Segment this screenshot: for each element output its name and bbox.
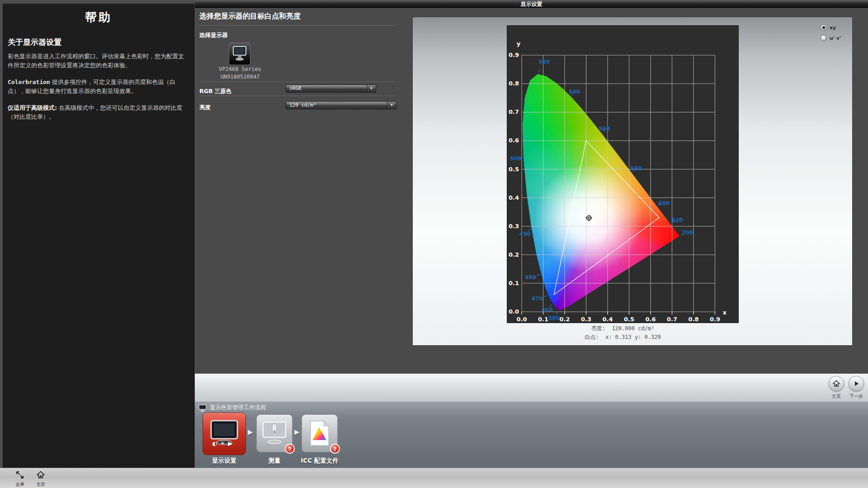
rgb-primaries-dropdown[interactable]: sRGB ▼ [286, 84, 376, 93]
svg-text:0.5: 0.5 [509, 166, 519, 173]
svg-text:0.8: 0.8 [509, 80, 519, 87]
select-display-label: 选择显示器 [199, 32, 228, 39]
svg-text:0.6: 0.6 [645, 316, 656, 323]
svg-text:560: 560 [599, 126, 610, 132]
home-icon [36, 470, 45, 479]
home-button-label: 主页 [826, 393, 846, 399]
question-badge: ? [330, 444, 340, 454]
svg-text:470: 470 [532, 296, 543, 302]
svg-text:580: 580 [631, 165, 642, 172]
svg-text:0.3: 0.3 [509, 223, 519, 230]
next-button-label: 下一步 [846, 393, 866, 399]
home-icon [832, 380, 840, 388]
svg-text:0.7: 0.7 [667, 316, 677, 323]
page-title: 显示设置 [521, 1, 542, 7]
navigation-strip: 主页 下一步 [195, 374, 868, 401]
svg-text:380: 380 [548, 315, 560, 321]
workflow-step-measure[interactable]: ? [256, 414, 292, 452]
icc-profile-icon [308, 420, 331, 446]
svg-text:0.1: 0.1 [509, 280, 519, 286]
svg-text:500: 500 [510, 155, 521, 162]
workflow-step-icc-profile[interactable]: ? [302, 414, 338, 452]
svg-text:0.1: 0.1 [538, 316, 548, 323]
svg-text:540: 540 [569, 89, 580, 95]
help-paragraph-3: 仅适用于高级模式: 在高级模式中，您还可以自定义显示器的对比度（对比度比率）。 [8, 103, 189, 121]
svg-text:0.9: 0.9 [509, 52, 519, 58]
svg-text:480: 480 [525, 274, 536, 281]
play-icon [852, 380, 860, 388]
chevron-down-icon[interactable]: ▼ [387, 102, 396, 109]
luminance-dropdown[interactable]: 120 cd/m² ▼ [286, 101, 396, 109]
svg-text:0.4: 0.4 [509, 194, 519, 201]
whitepoint-readout: 白点: x: 0.313 y: 0.329 [507, 333, 739, 341]
chromaticity-panel: xy u' v' 0.00.10.20.30.40.50.60.70.80.90… [412, 17, 853, 346]
separator [199, 82, 395, 83]
workflow-arrow-icon: ▶ [294, 428, 300, 436]
brand-name: Colorbration [8, 79, 50, 85]
workflow-arrow-icon: ▶ [248, 428, 253, 436]
svg-text:460: 460 [542, 307, 553, 313]
radio-icon [821, 24, 827, 31]
chromaticity-diagram: 0.00.10.20.30.40.50.60.70.80.90.00.10.20… [507, 25, 739, 323]
svg-text:x: x [723, 309, 727, 316]
display-model: VP2468 Series [204, 66, 276, 72]
home-button[interactable] [829, 376, 844, 391]
next-button[interactable] [849, 376, 864, 391]
luminance-label: 亮度 [199, 104, 211, 112]
svg-text:y: y [517, 40, 521, 47]
separator [199, 25, 395, 26]
diagram-mode-radios: xy u' v' [821, 24, 841, 45]
rgb-primaries-label: RGB 三原色 [199, 88, 231, 95]
display-select-button[interactable] [229, 42, 250, 65]
radio-uv[interactable]: u' v' [821, 35, 841, 41]
help-section-heading: 关于显示器设置 [8, 37, 188, 47]
help-title: 帮助 [3, 9, 194, 25]
measurement-icon [261, 421, 288, 446]
chevron-down-icon[interactable]: ▼ [367, 85, 376, 92]
fullscreen-button[interactable]: 全屏 [11, 470, 29, 488]
workflow-header: 显示色彩管理工作流程 [198, 404, 266, 412]
contrast-brightness-icons: ◐ ☀ ▶ [212, 440, 233, 447]
svg-text:0.8: 0.8 [688, 316, 698, 323]
bottom-bar: 全屏 主页 [0, 468, 868, 488]
svg-text:0.3: 0.3 [581, 316, 591, 323]
help-paragraph-2: Colorbration 提供多项控件，可定义显示器的亮度和色温（白点），能够让… [8, 78, 189, 95]
luminance-readout: 亮度: 120.000 cd/m² [507, 325, 739, 333]
radio-xy[interactable]: xy [821, 24, 841, 31]
help-panel: 帮助 关于显示器设置 彩色显示器是进入工作流程的窗口。评估萤幕上色彩时，您为配置… [3, 4, 194, 468]
svg-text:0.9: 0.9 [710, 316, 720, 323]
workflow-step-label: 测量 [256, 457, 292, 465]
svg-text:520: 520 [538, 59, 550, 65]
workflow-step-display-settings[interactable]: ◐ ☀ ▶ [203, 413, 246, 455]
svg-text:620: 620 [672, 217, 683, 223]
display-serial: UN9180520047 [204, 74, 276, 80]
svg-text:0.5: 0.5 [624, 316, 634, 323]
taskbar-home-button[interactable]: 主页 [32, 470, 50, 488]
monitor-icon [232, 46, 247, 62]
svg-text:0.0: 0.0 [509, 308, 519, 315]
svg-text:0.6: 0.6 [509, 137, 519, 144]
svg-text:0.2: 0.2 [559, 316, 570, 323]
svg-text:490: 490 [519, 231, 531, 237]
settings-heading: 选择您显示器的目标白点和亮度 [199, 12, 301, 21]
svg-text:0.0: 0.0 [516, 316, 527, 323]
separator [199, 96, 395, 97]
workflow-step-label: ICC 配置文件 [292, 457, 347, 465]
title-bar: 显示设置 [195, 0, 868, 8]
svg-text:700: 700 [682, 230, 693, 236]
svg-text:0.4: 0.4 [602, 316, 613, 323]
radio-icon [821, 35, 827, 41]
svg-text:600: 600 [658, 200, 670, 206]
svg-text:0.7: 0.7 [509, 108, 519, 115]
question-badge: ? [285, 444, 295, 454]
fullscreen-icon [15, 470, 24, 479]
workflow-step-label: 显示设置 [203, 457, 246, 465]
workflow-bar: 显示色彩管理工作流程 ◐ ☀ ▶ ▶ ? ▶ [195, 401, 868, 468]
monitor-icon [198, 404, 207, 412]
help-paragraph-1: 彩色显示器是进入工作流程的窗口。评估萤幕上色彩时，您为配置文件所定义的色彩管理设… [8, 52, 189, 70]
svg-text:0.2: 0.2 [509, 251, 519, 258]
app-window: 显示设置 帮助 关于显示器设置 彩色显示器是进入工作流程的窗口。评估萤幕上色彩时… [0, 0, 868, 488]
